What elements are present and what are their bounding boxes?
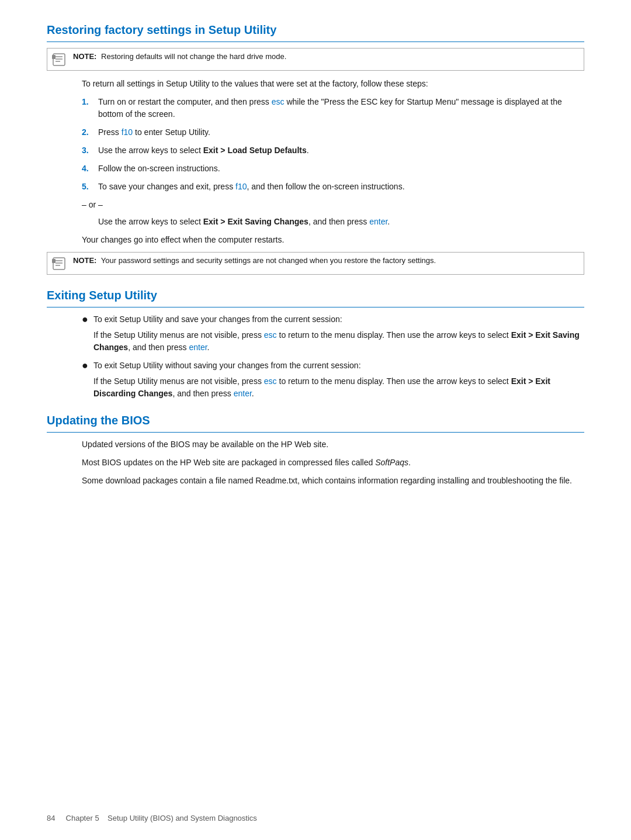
note-icon-2 bbox=[52, 257, 68, 271]
step-1-text: Turn on or restart the computer, and the… bbox=[98, 96, 584, 120]
step-3-num: 3. bbox=[82, 144, 98, 157]
exit-discarding-bold: Exit > Exit Discarding Changes bbox=[93, 376, 550, 398]
key-f10-2: f10 bbox=[235, 182, 247, 191]
key-f10-1: f10 bbox=[122, 127, 133, 137]
result-text: Your changes go into effect when the com… bbox=[82, 234, 584, 246]
exit-saving-bold-2: Exit > Exit Saving Changes bbox=[93, 330, 580, 352]
bullet-dot-2: ● bbox=[82, 359, 93, 372]
step-1-num: 1. bbox=[82, 96, 98, 108]
bullet-1: ● To exit Setup Utility and save your ch… bbox=[82, 313, 584, 354]
note-2-content: NOTE: Your password settings and securit… bbox=[73, 256, 436, 265]
step-2-text: Press f10 to enter Setup Utility. bbox=[98, 126, 210, 139]
note-2-label: NOTE: bbox=[73, 256, 96, 265]
bullet-2: ● To exit Setup Utility without saving y… bbox=[82, 359, 584, 400]
restoring-section: Restoring factory settings in Setup Util… bbox=[47, 23, 584, 275]
key-esc-2: esc bbox=[264, 330, 277, 340]
exiting-divider bbox=[47, 307, 584, 307]
page-footer: 84 Chapter 5 Setup Utility (BIOS) and Sy… bbox=[47, 814, 257, 822]
step-3-text: Use the arrow keys to select Exit > Load… bbox=[98, 144, 309, 157]
key-esc-1: esc bbox=[272, 97, 285, 106]
step-5-text: To save your changes and exit, press f10… bbox=[98, 181, 405, 193]
exiting-section: Exiting Setup Utility ● To exit Setup Ut… bbox=[47, 289, 584, 400]
key-enter-1: enter bbox=[369, 217, 387, 226]
bullet-dot-1: ● bbox=[82, 313, 93, 326]
or-label: – or – bbox=[82, 199, 584, 211]
key-esc-3: esc bbox=[264, 376, 277, 386]
step-3-bold: Exit > Load Setup Defaults bbox=[203, 146, 307, 155]
softpaqs-italic: SoftPaqs bbox=[375, 458, 408, 467]
updating-section: Updating the BIOS Updated versions of th… bbox=[47, 414, 584, 487]
note-1-label: NOTE: bbox=[73, 52, 96, 61]
bullet-2-main: To exit Setup Utility without saving you… bbox=[93, 361, 361, 370]
step-3: 3. Use the arrow keys to select Exit > L… bbox=[82, 144, 584, 157]
bullet-1-content: To exit Setup Utility and save your chan… bbox=[93, 313, 584, 354]
restoring-title: Restoring factory settings in Setup Util… bbox=[47, 23, 584, 37]
restoring-divider bbox=[47, 42, 584, 42]
updating-para1: Updated versions of the BIOS may be avai… bbox=[82, 438, 584, 451]
step-5: 5. To save your changes and exit, press … bbox=[82, 181, 584, 193]
step-2-num: 2. bbox=[82, 126, 98, 139]
exiting-title: Exiting Setup Utility bbox=[47, 289, 584, 302]
step-2: 2. Press f10 to enter Setup Utility. bbox=[82, 126, 584, 139]
note-icon-1 bbox=[52, 53, 68, 67]
footer-chapter: Chapter 5 bbox=[66, 814, 99, 822]
step-5-num: 5. bbox=[82, 181, 98, 193]
footer-page-num: 84 bbox=[47, 814, 55, 822]
note-1-text: Restoring defaults will not change the h… bbox=[101, 52, 286, 61]
bullet-1-sub: If the Setup Utility menus are not visib… bbox=[93, 329, 584, 354]
step-1: 1. Turn on or restart the computer, and … bbox=[82, 96, 584, 120]
note-1-content: NOTE: Restoring defaults will not change… bbox=[73, 52, 286, 61]
updating-para3: Some download packages contain a file na… bbox=[82, 475, 584, 487]
restoring-steps: 1. Turn on or restart the computer, and … bbox=[82, 96, 584, 193]
bullet-1-main: To exit Setup Utility and save your chan… bbox=[93, 314, 342, 324]
exit-saving-bold: Exit > Exit Saving Changes bbox=[203, 217, 308, 226]
step-4-text: Follow the on-screen instructions. bbox=[98, 163, 220, 175]
exiting-bullets: ● To exit Setup Utility and save your ch… bbox=[82, 313, 584, 400]
step-4-num: 4. bbox=[82, 163, 98, 175]
key-enter-2: enter bbox=[189, 343, 207, 352]
svg-rect-9 bbox=[52, 259, 56, 263]
step-4: 4. Follow the on-screen instructions. bbox=[82, 163, 584, 175]
updating-divider bbox=[47, 432, 584, 433]
bullet-2-sub: If the Setup Utility menus are not visib… bbox=[93, 375, 584, 400]
updating-para2: Most BIOS updates on the HP Web site are… bbox=[82, 457, 584, 469]
bullet-2-content: To exit Setup Utility without saving you… bbox=[93, 359, 584, 400]
note-2-text: Your password settings and security sett… bbox=[101, 256, 436, 265]
note-box-1: NOTE: Restoring defaults will not change… bbox=[47, 48, 584, 71]
updating-title: Updating the BIOS bbox=[47, 414, 584, 427]
key-enter-3: enter bbox=[234, 389, 252, 398]
svg-rect-4 bbox=[52, 55, 56, 59]
footer-chapter-title: Setup Utility (BIOS) and System Diagnost… bbox=[108, 814, 257, 822]
note-box-2: NOTE: Your password settings and securit… bbox=[47, 252, 584, 275]
or-block: Use the arrow keys to select Exit > Exit… bbox=[98, 216, 584, 228]
restoring-intro: To return all settings in Setup Utility … bbox=[82, 78, 584, 90]
